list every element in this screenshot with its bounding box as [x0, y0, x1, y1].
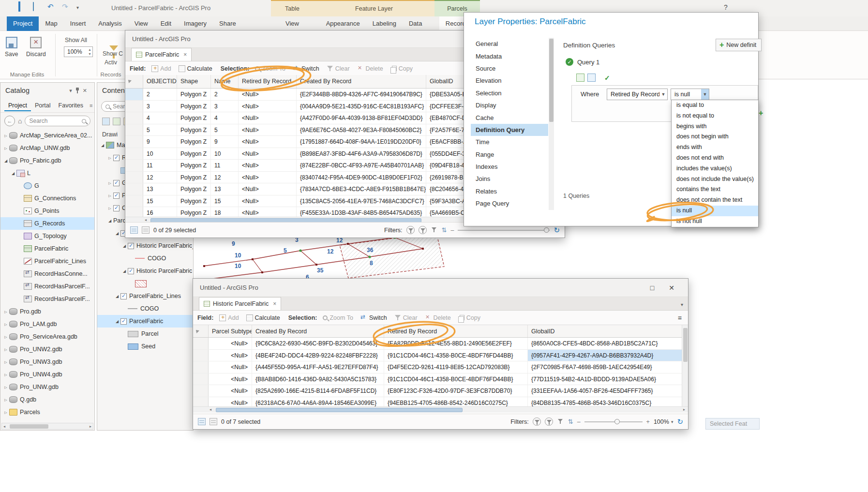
slider-knob[interactable] [544, 227, 549, 233]
cell-created-by-record[interactable]: {B898EA87-3F8D-44F6-A3A9-A7958306D87D} [297, 148, 426, 160]
menu-icon[interactable]: ≡ [87, 103, 95, 108]
cell-parcel-subtype[interactable]: <Null> [209, 338, 252, 349]
row-selector[interactable] [193, 361, 209, 373]
table-row[interactable]: <Null> {9C6C8A22-6930-456C-B9FD-B2302D04… [193, 338, 688, 350]
row-selector[interactable] [125, 89, 143, 100]
cell-globalid[interactable]: {0957AF41-42F9-4267-A9AD-B6BB37932A4D} [528, 350, 688, 361]
tab-project[interactable]: Project [4, 100, 31, 111]
column-header[interactable]: Name [211, 75, 239, 88]
refresh-icon[interactable]: ↻ [677, 417, 683, 426]
row-selector[interactable] [193, 350, 209, 361]
row-selector[interactable] [125, 136, 143, 148]
save-edits-button[interactable]: Save [5, 37, 18, 58]
cell-shape[interactable]: Polygon Z [177, 172, 211, 183]
cell-name[interactable]: 12 [211, 172, 239, 183]
column-header-retired-by-record[interactable]: Retired By Record [384, 325, 528, 337]
filter-selection-icon[interactable] [419, 226, 427, 234]
filter-icon[interactable] [406, 226, 415, 234]
switch-selection-button[interactable]: Switch [290, 64, 322, 73]
zoom-spinner[interactable]: 100% ▲▼ [64, 46, 93, 57]
layer-checkbox[interactable] [120, 293, 127, 299]
cell-shape[interactable]: Polygon Z [177, 148, 211, 160]
row-selector[interactable] [125, 101, 143, 112]
show-all-toggle[interactable]: Show All [65, 37, 87, 44]
list-by-source-icon[interactable] [113, 118, 120, 125]
scroll-left-icon[interactable]: ◂ [3, 424, 5, 429]
help-icon[interactable]: ? [724, 3, 728, 11]
back-icon[interactable]: ← [4, 116, 15, 126]
apply-check-icon[interactable]: ✓ [604, 74, 610, 82]
cell-name[interactable]: 13 [211, 183, 239, 195]
row-selector[interactable] [125, 195, 143, 207]
catalog-item[interactable]: ParcelFabric [0, 242, 94, 255]
tab-portal[interactable]: Portal [31, 100, 55, 111]
edit-filter-icon[interactable] [431, 226, 438, 234]
clause-mode-icon[interactable] [576, 74, 584, 82]
dialog-nav-item[interactable]: Relates [471, 185, 548, 197]
scroll-right-icon[interactable]: ▸ [90, 424, 91, 429]
dialog-nav-item[interactable]: Range [471, 149, 548, 161]
ribbon-tab[interactable]: Edit [154, 16, 178, 31]
cell-created-by-record[interactable]: {B8AB8D60-1416-436D-9A82-5430A5C15783} [252, 373, 384, 385]
expander-icon[interactable] [114, 231, 120, 236]
cell-parcel-subtype[interactable]: <Null> [209, 373, 252, 385]
edit-filter-icon[interactable] [557, 418, 564, 425]
catalog-item[interactable]: RecordHasParcelF... [0, 293, 94, 305]
dialog-nav-item[interactable]: Metadata [471, 50, 548, 62]
ribbon-tab[interactable]: Analysis [92, 16, 128, 31]
row-selector[interactable] [193, 385, 209, 397]
cell-parcel-subtype[interactable]: <Null> [209, 385, 252, 397]
clear-selection-button[interactable]: Clear [324, 64, 353, 73]
cell-created-by-record[interactable]: {A445F55D-995A-41FF-AA51-9E27EFFD87F4} [252, 361, 384, 373]
cell-retired-by-record[interactable]: {D4F5EC2D-9261-4119-8E85-12CAD792083B} [384, 361, 528, 373]
cell-created-by-record[interactable]: {004AA9D9-5E21-435D-916C-E4C81B193AFC} [297, 101, 426, 112]
cell-globalid[interactable]: {331EEFAA-1A56-4057-BF26-4E5D4FFF7365} [528, 385, 688, 397]
cell-objectid[interactable]: 16 [143, 207, 177, 217]
cell-shape[interactable]: Polygon Z [177, 101, 211, 112]
quick-access-icon[interactable] [76, 2, 86, 13]
catalog-item[interactable]: Pro.gdb [0, 305, 94, 318]
dialog-nav-item[interactable]: Time [471, 136, 548, 148]
ribbon-tab[interactable]: Imagery [178, 16, 213, 31]
active-button[interactable]: Activ [105, 59, 117, 66]
table-view-icon[interactable] [198, 418, 206, 425]
home-icon[interactable]: ⌂ [18, 117, 22, 125]
catalog-item[interactable]: Pro_LAM.gdb [0, 318, 94, 330]
cell-retired-by-record[interactable]: {EA82B0DD-FA12-4E55-8BD1-2490E56E2FEF} [384, 338, 528, 349]
layer-checkbox[interactable] [113, 193, 120, 199]
catalog-item[interactable]: RecordHasParcelF... [0, 280, 94, 293]
dropdown-option[interactable]: does not end with [672, 153, 758, 164]
zoom-percent-dropdown[interactable]: 100%▾ [654, 418, 673, 425]
cell-objectid[interactable]: 13 [143, 183, 177, 195]
cell-created-by-record[interactable]: {9AE6E76C-0A58-4027-9E3A-F80845060BC2} [297, 124, 426, 136]
cell-globalid[interactable]: {8650A0C8-CFE5-4BDC-8568-ABD1B5C2A71C} [528, 338, 688, 349]
add-clause-icon[interactable]: + [759, 109, 763, 118]
cell-objectid[interactable]: 12 [143, 172, 177, 183]
expander-icon[interactable] [121, 269, 128, 273]
field-dropdown[interactable]: Retired By Record ▼ [607, 89, 668, 100]
dropdown-option[interactable]: contains the text [672, 184, 758, 195]
catalog-item[interactable]: Pro_UNW2.gdb [0, 343, 94, 356]
cell-created-by-record[interactable]: {A427F0D0-9F4A-4039-9138-BF81EF04D3DD} [297, 112, 426, 124]
column-header[interactable]: Shape [177, 75, 211, 88]
quick-access-icon[interactable] [62, 2, 72, 13]
expander-icon[interactable] [10, 171, 16, 176]
row-selector[interactable] [125, 172, 143, 183]
cell-retired-by-record[interactable]: {91C1CD04-46C1-4358-B0CE-4BDF76FD44BB} [384, 350, 528, 361]
row-selector[interactable] [125, 160, 143, 171]
catalog-item[interactable]: Pro_Fabric.gdb [0, 154, 94, 167]
dropdown-option[interactable]: does not contain the text [672, 195, 758, 206]
filter-selection-icon[interactable] [545, 417, 553, 426]
cell-shape[interactable]: Polygon Z [177, 183, 211, 195]
layer-item[interactable]: ParcelFabric [97, 315, 193, 328]
catalog-item[interactable]: Parcels [0, 406, 94, 418]
cell-retired-by-record[interactable]: <Null> [239, 160, 297, 171]
dialog-nav-item[interactable]: Elevation [471, 75, 548, 87]
list-by-drawing-icon[interactable] [102, 118, 110, 125]
zoom-in-icon[interactable]: + [646, 418, 650, 425]
clear-selection-button[interactable]: Clear [391, 313, 420, 322]
row-selector[interactable] [125, 148, 143, 160]
quick-access-icon[interactable] [18, 2, 28, 13]
cell-objectid[interactable]: 9 [143, 136, 177, 148]
catalog-horizontal-scrollbar[interactable]: ◂ ▸ [1, 423, 93, 430]
